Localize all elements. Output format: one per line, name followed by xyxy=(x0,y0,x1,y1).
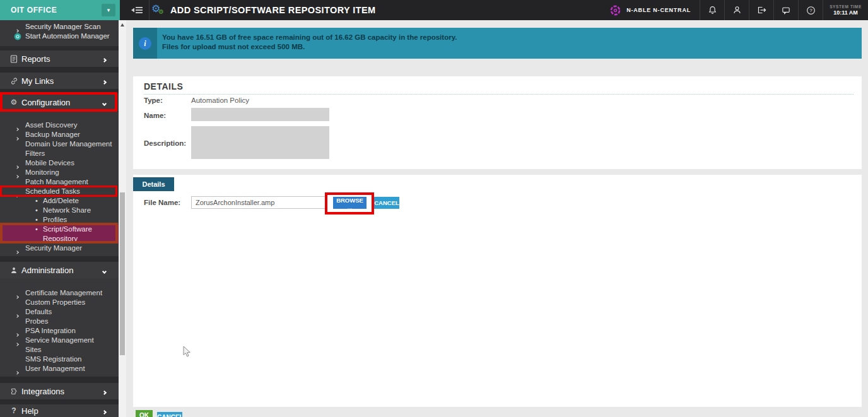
bullet-icon: • xyxy=(35,225,38,234)
file-name-input[interactable] xyxy=(191,196,327,209)
sidebar-item-probes[interactable]: Probes xyxy=(0,317,119,326)
name-label: Name: xyxy=(144,112,166,119)
sidebar-item-sites[interactable]: Sites xyxy=(0,345,119,355)
chevron-right-icon xyxy=(103,387,106,396)
info-banner-text: You have 16.51 GB of free space remainin… xyxy=(162,33,457,52)
collapse-menu-icon[interactable] xyxy=(130,4,145,16)
chevron-right-icon xyxy=(16,367,18,377)
sidebar-item-service-management[interactable]: Service Management xyxy=(0,336,119,345)
bullet-icon: • xyxy=(35,206,38,215)
sidebar-item-scheduled-tasks[interactable]: Scheduled Tasks xyxy=(0,187,119,196)
sidebar-scrollbar[interactable] xyxy=(119,20,126,417)
page-title: ADD SCRIPT/SOFTWARE REPOSITORY ITEM xyxy=(170,5,376,15)
configuration-gear-icon: ⚙ xyxy=(9,98,18,107)
reports-document-icon xyxy=(9,54,18,63)
bullet-icon: • xyxy=(35,215,38,225)
sidebar-item-monitoring[interactable]: Monitoring xyxy=(0,168,119,177)
logout-icon[interactable] xyxy=(749,0,773,20)
scrollbar-thumb[interactable] xyxy=(120,192,125,355)
scroll-up-arrow-icon[interactable] xyxy=(120,23,124,26)
tenant-header: OIT OFFICE ▾ xyxy=(0,0,120,20)
sidebar-item-patch-management[interactable]: Patch Management xyxy=(0,177,119,187)
tenant-dropdown-button[interactable]: ▾ xyxy=(102,4,115,16)
notifications-bell-icon[interactable] xyxy=(700,0,724,20)
sidebar-item-security-manager-scan[interactable]: Security Manager Scan xyxy=(0,22,119,32)
details-card: DETAILS Type: Automation Policy Name: De… xyxy=(133,76,862,169)
sidebar-item-start-automation-manager[interactable]: Start Automation Manager xyxy=(0,32,119,41)
bullet-icon: • xyxy=(35,196,38,206)
sidebar-item-network-share[interactable]: • Network Share xyxy=(0,206,119,215)
cancel-button[interactable]: CANCEL xyxy=(374,197,399,209)
sidebar-item-user-management[interactable]: User Management xyxy=(0,364,119,373)
automation-manager-icon xyxy=(14,33,21,40)
file-card: Details File Name: BROWSE ... CANCEL xyxy=(133,175,862,407)
sidebar-item-sms-registration[interactable]: SMS Registration xyxy=(0,355,119,364)
script-repository-gears-icon: ⚙ ⚙ xyxy=(151,4,165,16)
info-icon: i xyxy=(139,37,151,50)
type-value: Automation Policy xyxy=(191,97,249,104)
chevron-right-icon xyxy=(103,76,106,86)
top-bar: ⚙ ⚙ ADD SCRIPT/SOFTWARE REPOSITORY ITEM … xyxy=(0,0,868,20)
sidebar-item-security-manager[interactable]: Security Manager xyxy=(0,244,119,253)
sidebar-item-filters[interactable]: Filters xyxy=(0,149,119,158)
sidebar-section-integrations[interactable]: Integrations xyxy=(0,383,119,399)
sidebar-item-backup-manager[interactable]: Backup Manager xyxy=(0,130,119,139)
tab-details[interactable]: Details xyxy=(133,177,174,191)
svg-text:?: ? xyxy=(809,8,812,13)
sidebar-item-script-software-repository[interactable]: • Script/Software Repository xyxy=(0,225,119,244)
info-banner-badge: i xyxy=(133,28,157,59)
brand-text: N-ABLE N-CENTRAL xyxy=(626,7,691,13)
sidebar-section-reports[interactable]: Reports xyxy=(0,50,119,67)
footer-cancel-button[interactable]: CANCEL xyxy=(157,412,182,417)
sidebar-section-help[interactable]: ? Help xyxy=(0,404,119,417)
sidebar-item-custom-properties[interactable]: Custom Properties xyxy=(0,298,119,307)
n-able-logo: N-ABLE N-CENTRAL xyxy=(601,0,700,20)
browse-button[interactable]: BROWSE ... xyxy=(333,197,367,209)
chevron-right-icon xyxy=(16,247,18,256)
sidebar-item-domain-user-management[interactable]: Domain User Management xyxy=(0,139,119,149)
sidebar-item-add-delete[interactable]: • Add/Delete xyxy=(0,196,119,206)
administration-person-icon xyxy=(9,266,18,274)
tenant-name: OIT OFFICE xyxy=(11,6,57,15)
info-banner-line1: You have 16.51 GB of free space remainin… xyxy=(162,33,457,42)
user-account-icon[interactable] xyxy=(724,0,749,20)
sidebar-item-profiles[interactable]: • Profiles xyxy=(0,215,119,225)
system-time-label: SYSTEM TIME xyxy=(830,4,862,9)
info-banner-line2: Files for upload must not exceed 500 MB. xyxy=(162,42,457,52)
type-label: Type: xyxy=(144,97,163,104)
help-question-mark-icon: ? xyxy=(9,406,18,415)
system-time: SYSTEM TIME 10:11 AM xyxy=(823,0,868,20)
info-banner: i You have 16.51 GB of free space remain… xyxy=(133,28,862,59)
integrations-puzzle-icon xyxy=(9,387,18,396)
system-time-value: 10:11 AM xyxy=(833,9,858,16)
n-able-gear-logo-icon xyxy=(609,4,621,16)
sidebar-item-psa-integration[interactable]: PSA Integration xyxy=(0,326,119,336)
sidebar-item-mobile-devices[interactable]: Mobile Devices xyxy=(0,158,119,168)
chevron-right-icon xyxy=(103,406,106,416)
ok-button[interactable]: OK xyxy=(136,410,153,417)
dotted-divider xyxy=(144,94,853,95)
sidebar-item-defaults[interactable]: Defaults xyxy=(0,307,119,317)
sidebar-section-configuration[interactable]: ⚙ Configuration xyxy=(0,93,119,111)
sidebar-section-administration[interactable]: Administration xyxy=(0,262,119,278)
description-label: Description: xyxy=(144,139,186,147)
chevron-right-icon xyxy=(103,54,106,64)
sidebar-item-certificate-management[interactable]: Certificate Management xyxy=(0,288,119,298)
my-links-icon xyxy=(9,76,18,85)
sidebar: Security Manager Scan Start Automation M… xyxy=(0,20,119,417)
description-input[interactable] xyxy=(191,126,329,159)
file-name-label: File Name: xyxy=(144,199,180,206)
chevron-down-icon xyxy=(103,98,106,107)
details-heading: DETAILS xyxy=(144,81,183,91)
name-input[interactable] xyxy=(191,108,329,121)
chevron-down-icon xyxy=(103,266,106,275)
sidebar-item-asset-discovery[interactable]: Asset Discovery xyxy=(0,120,119,130)
help-question-icon[interactable]: ? xyxy=(798,0,823,20)
sidebar-section-my-links[interactable]: My Links xyxy=(0,73,119,89)
divider xyxy=(149,0,150,20)
feedback-chat-icon[interactable] xyxy=(773,0,798,20)
